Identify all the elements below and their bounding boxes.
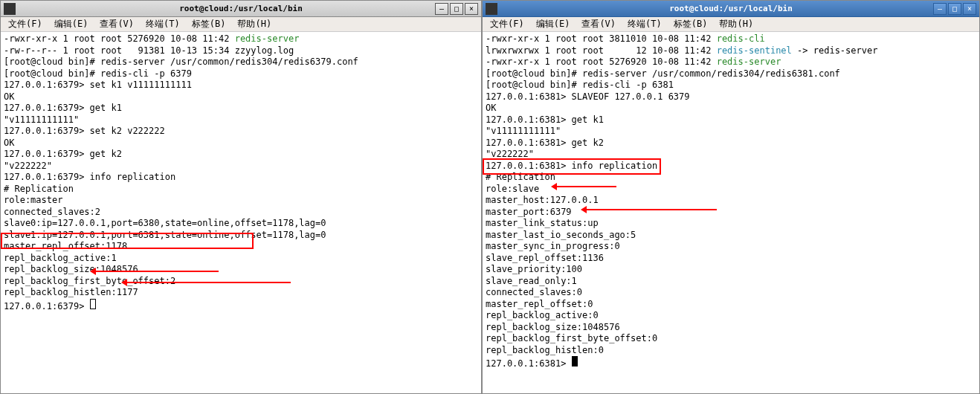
- window-controls: – □ ×: [435, 3, 478, 15]
- terminal-line: repl_backlog_histlen:0: [486, 345, 976, 357]
- terminal-line: # Replication: [486, 172, 976, 184]
- terminal-line: 127.0.0.1:6381> SLAVEOF 127.0.0.1 6379: [486, 91, 976, 103]
- terminal-line: slave_priority:100: [486, 264, 976, 276]
- terminal-line: -rwxr-xr-x 1 root root 5276920 10-08 11:…: [486, 56, 976, 68]
- terminal-window-right: root@cloud:/usr/local/bin – □ × 文件(F) 编辑…: [482, 0, 980, 394]
- terminal-icon: [4, 3, 16, 15]
- window-title: root@cloud:/usr/local/bin: [669, 4, 793, 13]
- cursor: [90, 299, 96, 309]
- terminal-line: -rwxr-xr-x 1 root root 5276920 10-08 11:…: [4, 33, 478, 45]
- terminal-line: lrwxrwxrwx 1 root root 12 10-08 11:42 re…: [486, 45, 976, 57]
- close-button[interactable]: ×: [963, 3, 976, 15]
- terminal-line: 127.0.0.1:6381> info replication: [486, 161, 976, 172]
- maximize-button[interactable]: □: [450, 3, 463, 15]
- terminal-line: slave_repl_offset:1136: [486, 253, 976, 265]
- terminal-line: repl_backlog_first_byte_offset:2: [4, 276, 478, 288]
- terminal-line: repl_backlog_active:1: [4, 253, 478, 265]
- menu-bar: 文件(F) 编辑(E) 查看(V) 终端(T) 标签(B) 帮助(H): [483, 17, 979, 32]
- menu-file[interactable]: 文件(F): [486, 16, 529, 32]
- terminal-output[interactable]: -rwxr-xr-x 1 root root 3811010 10-08 11:…: [483, 32, 979, 393]
- terminal-line: OK: [486, 103, 976, 114]
- terminal-line: [root@cloud bin]# redis-server /usr/comm…: [486, 68, 976, 80]
- terminal-line: 127.0.0.1:6379> info replication: [4, 172, 478, 184]
- terminal-window-left: root@cloud:/usr/local/bin – □ × 文件(F) 编辑…: [0, 0, 482, 394]
- menu-terminal[interactable]: 终端(T): [623, 16, 666, 32]
- menu-help[interactable]: 帮助(H): [715, 16, 758, 32]
- title-bar[interactable]: root@cloud:/usr/local/bin – □ ×: [483, 1, 979, 17]
- terminal-line: role:slave: [486, 184, 976, 196]
- terminal-line: slave_read_only:1: [486, 276, 976, 288]
- maximize-button[interactable]: □: [948, 3, 961, 15]
- terminal-line: master_link_status:up: [486, 218, 976, 230]
- terminal-line: # Replication: [4, 184, 478, 196]
- terminal-line: [root@cloud bin]# redis-server /usr/comm…: [4, 56, 478, 68]
- minimize-button[interactable]: –: [435, 3, 448, 15]
- terminal-line: master_sync_in_progress:0: [486, 241, 976, 253]
- terminal-line: slave1:ip=127.0.0.1,port=6381,state=onli…: [4, 230, 478, 242]
- terminal-line: role:master: [4, 195, 478, 207]
- terminal-line: master_port:6379: [486, 207, 976, 219]
- terminal-line: 127.0.0.1:6379>: [4, 299, 478, 313]
- close-button[interactable]: ×: [465, 3, 478, 15]
- menu-view[interactable]: 查看(V): [95, 16, 138, 32]
- menu-view[interactable]: 查看(V): [577, 16, 620, 32]
- menu-tabs[interactable]: 标签(B): [187, 16, 231, 32]
- menu-help[interactable]: 帮助(H): [233, 16, 276, 32]
- terminal-line: [root@cloud bin]# redis-cli -p 6381: [486, 80, 976, 91]
- menu-file[interactable]: 文件(F): [4, 16, 47, 32]
- terminal-line: 127.0.0.1:6379> set k1 v11111111111: [4, 80, 478, 91]
- menu-tabs[interactable]: 标签(B): [669, 16, 712, 32]
- terminal-line: "v222222": [486, 149, 976, 161]
- title-bar[interactable]: root@cloud:/usr/local/bin – □ ×: [1, 1, 481, 17]
- terminal-line: connected_slaves:2: [4, 207, 478, 219]
- terminal-line: 127.0.0.1:6381> get k2: [486, 138, 976, 149]
- terminal-line: "v11111111111": [4, 114, 478, 126]
- terminal-line: master_repl_offset:1178: [4, 241, 478, 253]
- terminal-line: OK: [4, 138, 478, 149]
- terminal-line: -rw-r--r-- 1 root root 91381 10-13 15:34…: [4, 45, 478, 57]
- terminal-line: master_repl_offset:0: [486, 299, 976, 311]
- menu-terminal[interactable]: 终端(T): [141, 16, 184, 32]
- menu-bar: 文件(F) 编辑(E) 查看(V) 终端(T) 标签(B) 帮助(H): [1, 17, 481, 32]
- terminal-line: "v11111111111": [486, 126, 976, 138]
- terminal-line: slave0:ip=127.0.0.1,port=6380,state=onli…: [4, 218, 478, 230]
- terminal-output[interactable]: -rwxr-xr-x 1 root root 5276920 10-08 11:…: [1, 32, 481, 393]
- window-controls: – □ ×: [933, 3, 976, 15]
- terminal-line: 127.0.0.1:6381> get k1: [486, 114, 976, 126]
- terminal-line: master_host:127.0.0.1: [486, 195, 976, 207]
- terminal-line: repl_backlog_histlen:1177: [4, 287, 478, 299]
- terminal-line: master_last_io_seconds_ago:5: [486, 230, 976, 242]
- terminal-line: "v222222": [4, 161, 478, 172]
- terminal-line: repl_backlog_size:1048576: [486, 322, 976, 334]
- terminal-line: 127.0.0.1:6379> get k2: [4, 149, 478, 161]
- menu-edit[interactable]: 编辑(E): [50, 16, 93, 32]
- terminal-line: OK: [4, 91, 478, 103]
- terminal-line: repl_backlog_first_byte_offset:0: [486, 333, 976, 345]
- menu-edit[interactable]: 编辑(E): [532, 16, 575, 32]
- terminal-line: -rwxr-xr-x 1 root root 3811010 10-08 11:…: [486, 33, 976, 45]
- terminal-line: 127.0.0.1:6379> set k2 v222222: [4, 126, 478, 138]
- terminal-icon: [486, 3, 497, 15]
- minimize-button[interactable]: –: [933, 3, 947, 15]
- window-title: root@cloud:/usr/local/bin: [179, 4, 303, 13]
- cursor: [572, 356, 578, 366]
- terminal-line: [root@cloud bin]# redis-cli -p 6379: [4, 68, 478, 80]
- terminal-line: 127.0.0.1:6379> get k1: [4, 103, 478, 114]
- terminal-line: connected_slaves:0: [486, 287, 976, 299]
- terminal-line: repl_backlog_active:0: [486, 310, 976, 322]
- terminal-line: repl_backlog_size:1048576: [4, 264, 478, 276]
- terminal-line: 127.0.0.1:6381>: [486, 356, 976, 370]
